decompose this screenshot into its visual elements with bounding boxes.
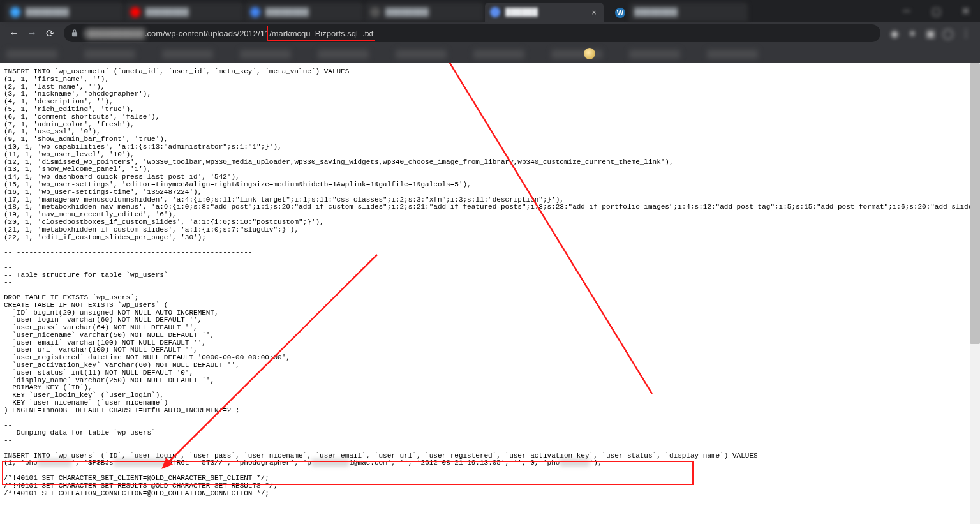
extension-icon[interactable]: ● xyxy=(903,24,921,42)
wordpress-tab-icon[interactable]: W xyxy=(609,4,627,22)
browser-toolbar: ← → ⟳ l ██████████ .com/wp-content/uploa… xyxy=(0,22,980,45)
toolbar-right-icons: ◆ ● ▣ ◯ ⋮ xyxy=(886,24,975,42)
page-content: INSERT INTO `wp_usermeta` (`umeta_id`, `… xyxy=(0,63,980,524)
browser-tab[interactable]: ████████ xyxy=(125,3,244,22)
extension-icon[interactable]: ◆ xyxy=(886,24,903,42)
forward-button[interactable]: → xyxy=(23,24,41,42)
bookmark-icon[interactable] xyxy=(584,48,595,59)
back-button[interactable]: ← xyxy=(5,24,23,42)
close-icon[interactable]: × xyxy=(590,8,598,17)
bookmarks-bar xyxy=(0,45,980,63)
minimize-icon[interactable]: ─ xyxy=(892,0,921,22)
browser-tab-active[interactable]: ██████ essport × xyxy=(485,3,604,22)
window-controls: ─ ▢ ✕ xyxy=(892,0,980,22)
reload-button[interactable]: ⟳ xyxy=(41,24,59,42)
extension-icon[interactable]: ▣ xyxy=(921,24,939,42)
url-highlight-box: /markmcqu_Bizports.sql_.txt xyxy=(267,26,375,41)
profile-icon[interactable]: ◯ xyxy=(939,24,957,42)
url-text: l ██████████ .com/wp-content/uploads/201… xyxy=(84,26,375,41)
browser-tab[interactable]: ████████ xyxy=(629,3,748,22)
lock-icon xyxy=(70,29,79,38)
maximize-icon[interactable]: ▢ xyxy=(921,0,951,22)
scrollbar-thumb[interactable] xyxy=(970,63,980,344)
browser-tab[interactable]: ████████ xyxy=(365,3,484,22)
browser-tab[interactable]: ████████ xyxy=(5,3,124,22)
address-bar[interactable]: l ██████████ .com/wp-content/uploads/201… xyxy=(64,24,880,42)
browser-tab[interactable]: ████████ xyxy=(245,3,364,22)
sql-dump-text: INSERT INTO `wp_usermeta` (`umeta_id`, `… xyxy=(0,63,980,502)
tab-strip: ████████ ████████ ████████ ████████ ████… xyxy=(0,0,980,22)
menu-icon[interactable]: ⋮ xyxy=(957,24,975,42)
close-window-icon[interactable]: ✕ xyxy=(951,0,980,22)
